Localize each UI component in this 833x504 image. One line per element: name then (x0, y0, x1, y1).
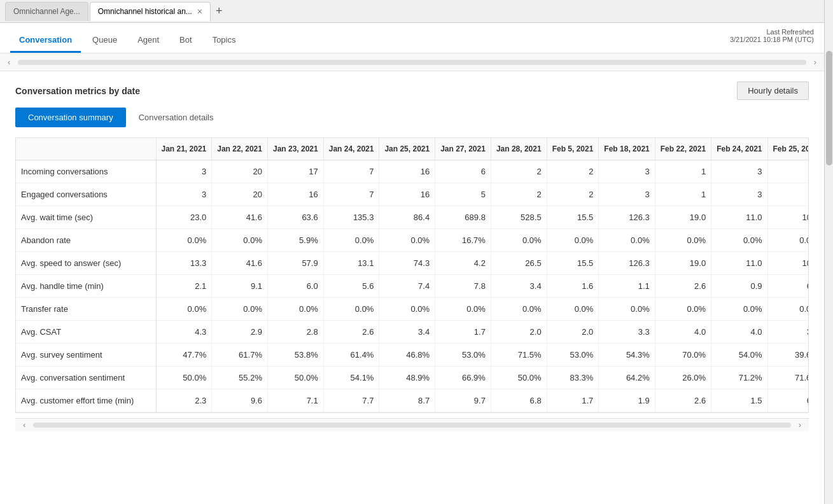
hourly-details-button[interactable]: Hourly details (737, 81, 809, 100)
table-row: Avg. survey sentiment47.7%61.7%53.8%61.4… (16, 344, 809, 367)
metric-label: Incoming conversations (16, 160, 156, 183)
browser-tab-active[interactable]: Omnichannel historical an... × (90, 2, 211, 21)
metric-value: 0.0% (323, 298, 379, 321)
table-row: Incoming conversations320177166223135 (16, 160, 809, 183)
metric-value: 57.9 (267, 252, 323, 275)
scroll-right-icon[interactable]: › (811, 57, 819, 67)
scroll-left-bottom-icon[interactable]: ‹ (20, 420, 28, 430)
scroll-track-bottom[interactable] (33, 423, 790, 428)
column-header: Feb 25, 2021 (767, 138, 809, 160)
table-row: Avg. speed to answer (sec)13.341.657.913… (16, 252, 809, 275)
metric-value: 11.0 (711, 252, 767, 275)
metric-value: 5.9% (267, 229, 323, 252)
metric-value: 71.2% (711, 367, 767, 389)
metric-value: 1 (655, 183, 711, 206)
metric-value: 9.1 (212, 275, 268, 298)
metric-value: 50.0% (491, 367, 547, 389)
table-row: Avg. customer effort time (min)2.39.67.1… (16, 389, 809, 412)
metric-value: 19.0 (655, 206, 711, 229)
column-header: Jan 21, 2021 (156, 138, 212, 160)
scroll-area-top[interactable]: ‹ › (0, 53, 824, 71)
add-tab-button[interactable]: + (212, 4, 227, 18)
metric-value: 20 (212, 160, 268, 183)
metric-label: Engaged conversations (16, 183, 156, 206)
metric-value: 0.0% (267, 298, 323, 321)
table-header-row: Jan 21, 2021Jan 22, 2021Jan 23, 2021Jan … (16, 138, 809, 160)
metric-label: Avg. speed to answer (sec) (16, 252, 156, 275)
table-row: Avg. conversation sentiment50.0%55.2%50.… (16, 367, 809, 389)
sub-tab-summary[interactable]: Conversation summary (15, 108, 126, 127)
column-header: Feb 24, 2021 (711, 138, 767, 160)
metric-column-header (16, 138, 156, 160)
metric-value: 0.0% (212, 229, 268, 252)
metric-value: 2 (491, 160, 547, 183)
right-scrollbar[interactable] (824, 0, 833, 504)
data-table: Jan 21, 2021Jan 22, 2021Jan 23, 2021Jan … (16, 138, 809, 412)
sub-tab-details[interactable]: Conversation details (126, 108, 227, 127)
metric-value: 2.6 (323, 321, 379, 344)
nav-bar: Conversation Queue Agent Bot Topics Last… (0, 23, 824, 53)
metric-value: 689.8 (435, 206, 491, 229)
column-header: Feb 5, 2021 (547, 138, 599, 160)
metric-value: 0.0% (767, 298, 809, 321)
metric-value: 55.2% (212, 367, 268, 389)
metric-value: 50.0% (156, 367, 212, 389)
metric-value: 17 (267, 160, 323, 183)
metric-label: Abandon rate (16, 229, 156, 252)
nav-label-queue: Queue (92, 35, 117, 45)
metric-value: 2.0 (547, 321, 599, 344)
metric-value: 3 (156, 183, 212, 206)
metric-value: 61.7% (212, 344, 268, 367)
table-wrapper[interactable]: Jan 21, 2021Jan 22, 2021Jan 23, 2021Jan … (15, 137, 809, 413)
metric-value: 0.0% (655, 298, 711, 321)
nav-item-conversation[interactable]: Conversation (10, 27, 81, 53)
metric-value: 50.0% (267, 367, 323, 389)
metric-value: 0.0% (379, 229, 435, 252)
metric-value: 7.4 (379, 275, 435, 298)
metric-value: 41.6 (212, 206, 268, 229)
metric-value: 26.5 (491, 252, 547, 275)
metric-value: 1.7 (435, 321, 491, 344)
metric-value: 4.0 (711, 321, 767, 344)
metric-value: 0.0% (491, 298, 547, 321)
nav-item-queue[interactable]: Queue (83, 27, 126, 53)
metric-value: 2.6 (655, 389, 711, 412)
metric-value: 1.5 (711, 389, 767, 412)
table-row: Abandon rate0.0%0.0%5.9%0.0%0.0%16.7%0.0… (16, 229, 809, 252)
table-row: Avg. handle time (min)2.19.16.05.67.47.8… (16, 275, 809, 298)
metric-value: 74.3 (379, 252, 435, 275)
metric-value: 1.1 (599, 275, 655, 298)
browser-tab-inactive[interactable]: Omnichannel Age... (5, 2, 88, 21)
scroll-track-top[interactable] (18, 60, 806, 65)
metric-value: 16 (267, 183, 323, 206)
metric-label: Avg. survey sentiment (16, 344, 156, 367)
column-header: Feb 22, 2021 (655, 138, 711, 160)
close-icon[interactable]: × (197, 6, 202, 17)
nav-label-topics: Topics (213, 35, 236, 45)
scroll-right-bottom-icon[interactable]: › (796, 420, 804, 430)
metric-label: Avg. CSAT (16, 321, 156, 344)
metric-label: Avg. handle time (min) (16, 275, 156, 298)
metric-value: 3 (599, 160, 655, 183)
metric-value: 64.2% (599, 367, 655, 389)
nav-item-agent[interactable]: Agent (129, 27, 168, 53)
metric-value: 528.5 (491, 206, 547, 229)
scroll-thumb[interactable] (826, 51, 832, 165)
metric-value: 54.1% (323, 367, 379, 389)
metric-value: 39.6% (767, 344, 809, 367)
metric-value: 53.0% (547, 344, 599, 367)
metric-value: 3 (711, 183, 767, 206)
metric-value: 53.8% (267, 344, 323, 367)
scroll-left-icon[interactable]: ‹ (5, 57, 13, 67)
metric-value: 71.6% (767, 367, 809, 389)
metric-value: 3.4 (491, 275, 547, 298)
column-header: Jan 23, 2021 (267, 138, 323, 160)
metric-value: 9.6 (212, 389, 268, 412)
scroll-area-bottom[interactable]: ‹ › (15, 418, 809, 431)
page-wrapper: Omnichannel Age... Omnichannel historica… (0, 0, 833, 504)
metric-value: 2.9 (212, 321, 268, 344)
metric-value: 0.0% (212, 298, 268, 321)
nav-label-bot: Bot (179, 35, 192, 45)
nav-item-bot[interactable]: Bot (171, 27, 201, 53)
nav-item-topics[interactable]: Topics (204, 27, 245, 53)
